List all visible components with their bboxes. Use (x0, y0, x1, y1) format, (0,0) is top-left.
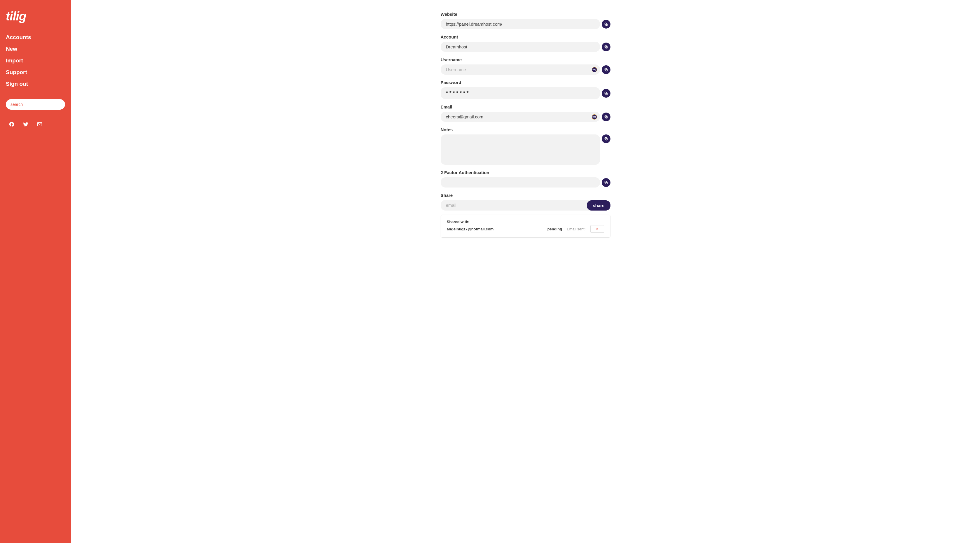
copy-password-button[interactable] (602, 89, 611, 98)
tilig-badge-icon[interactable]: tilig (592, 114, 597, 119)
email-label: Email (441, 105, 611, 110)
facebook-icon[interactable] (9, 121, 14, 127)
copy-icon (604, 137, 608, 141)
account-label: Account (441, 34, 611, 40)
search-input[interactable] (11, 102, 60, 107)
account-input[interactable] (446, 44, 595, 49)
notes-field[interactable] (441, 135, 600, 165)
copy-icon (604, 115, 608, 119)
main-content: Website Account Userna (71, 0, 980, 543)
search-box[interactable] (6, 99, 65, 110)
sidebar-nav: Accounts New Import Support Sign out (6, 32, 65, 90)
twofa-field[interactable] (441, 177, 600, 187)
copy-icon (604, 45, 608, 49)
password-field[interactable]: ******* (441, 87, 600, 99)
email-icon[interactable] (37, 121, 43, 127)
sidebar-item-import[interactable]: Import (6, 55, 65, 67)
username-label: Username (441, 57, 611, 62)
username-field[interactable]: tilig (441, 64, 600, 75)
sidebar-item-support[interactable]: Support (6, 67, 65, 78)
copy-icon (604, 68, 608, 72)
shared-with-title: Shared with: (447, 219, 605, 224)
sidebar-item-signout[interactable]: Sign out (6, 78, 65, 90)
twofa-input[interactable] (446, 180, 595, 185)
copy-email-button[interactable] (602, 113, 611, 121)
username-input[interactable] (446, 67, 595, 72)
website-label: Website (441, 12, 611, 17)
shared-with-box: Shared with: angelhugz7@hotmail.com pend… (441, 214, 611, 238)
twofa-label: 2 Factor Authentication (441, 170, 611, 175)
tilig-badge-icon[interactable]: tilig (592, 67, 597, 72)
password-label: Password (441, 80, 611, 85)
sidebar-item-accounts[interactable]: Accounts (6, 32, 65, 43)
social-links (6, 121, 65, 127)
copy-account-button[interactable] (602, 43, 611, 51)
shared-email: angelhugz7@hotmail.com (447, 227, 494, 231)
shared-message: Email sent! (567, 227, 585, 231)
brand-logo: tilig (6, 10, 65, 23)
close-icon (596, 227, 599, 230)
copy-icon (604, 181, 608, 184)
share-input[interactable] (446, 203, 587, 208)
notes-label: Notes (441, 127, 611, 132)
password-value: ******* (446, 90, 470, 97)
sidebar: tilig Accounts New Import Support Sign o… (0, 0, 71, 543)
account-form: Website Account Userna (441, 12, 611, 531)
share-label: Share (441, 193, 611, 198)
copy-notes-button[interactable] (602, 135, 611, 143)
website-field[interactable] (441, 19, 600, 29)
copy-username-button[interactable] (602, 65, 611, 74)
share-field[interactable] (441, 200, 592, 211)
shared-row: angelhugz7@hotmail.com pending Email sen… (447, 225, 605, 233)
copy-icon (604, 22, 608, 26)
copy-twofa-button[interactable] (602, 178, 611, 187)
copy-icon (604, 91, 608, 95)
shared-status: pending (547, 227, 562, 231)
sidebar-item-new[interactable]: New (6, 43, 65, 55)
email-input[interactable] (446, 114, 595, 119)
twitter-icon[interactable] (23, 121, 29, 127)
email-field[interactable]: tilig (441, 112, 600, 122)
website-input[interactable] (446, 22, 595, 27)
account-field[interactable] (441, 42, 600, 52)
share-button[interactable]: share (587, 200, 610, 211)
remove-share-button[interactable] (590, 225, 605, 233)
notes-input[interactable] (446, 138, 595, 161)
copy-website-button[interactable] (602, 20, 611, 29)
